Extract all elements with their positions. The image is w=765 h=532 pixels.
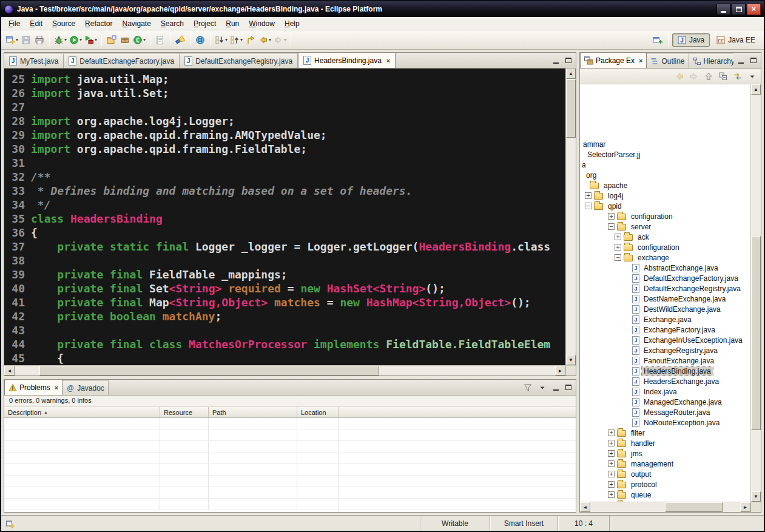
dropdown-arrow-icon[interactable]: ▾: [95, 37, 97, 42]
menu-file[interactable]: File: [4, 18, 25, 30]
maximize-view-button[interactable]: [748, 56, 758, 66]
collapse-icon[interactable]: −: [585, 203, 591, 209]
dropdown-arrow-icon[interactable]: ▾: [16, 37, 18, 42]
tree-horizontal-scrollbar[interactable]: ◄ ►: [580, 502, 750, 512]
debug-icon[interactable]: ▾: [53, 32, 68, 47]
perspective-java[interactable]: JJava: [672, 33, 710, 47]
tree-item-filter[interactable]: +filter: [580, 428, 750, 438]
tree-item-index.java[interactable]: JIndex.java: [580, 386, 750, 397]
tree-item-norouteexception.java[interactable]: JNoRouteException.java: [580, 417, 750, 428]
tree-item-exchange.java[interactable]: JExchange.java: [580, 314, 750, 325]
new-wizard-icon[interactable]: ▾: [4, 32, 19, 47]
prev-annotation-icon[interactable]: ▾: [229, 32, 244, 47]
view-tab-package-ex[interactable]: Package Ex×: [580, 53, 647, 68]
maximize-view-button[interactable]: [563, 383, 573, 392]
menu-navigate[interactable]: Navigate: [117, 18, 155, 30]
expand-icon[interactable]: +: [615, 234, 621, 240]
tree-vertical-scrollbar[interactable]: ▲ ▼: [750, 84, 761, 502]
tree-item-headersbinding.java[interactable]: JHeadersBinding.java: [580, 366, 750, 376]
search-icon[interactable]: [174, 32, 187, 47]
task-icon[interactable]: [153, 32, 167, 47]
code-content[interactable]: 25import java.util.Map;26import java.uti…: [4, 69, 565, 365]
view-tab-javadoc[interactable]: @Javadoc: [62, 380, 109, 395]
collapse-icon[interactable]: −: [615, 254, 621, 261]
column-header-location[interactable]: Location: [297, 407, 339, 417]
menu-window[interactable]: Window: [244, 18, 280, 30]
titlebar[interactable]: Java - Test/broker/src/main/java/org/apa…: [1, 1, 764, 17]
forward-icon[interactable]: ▾: [272, 32, 288, 47]
last-edit-icon[interactable]: [244, 32, 257, 47]
editor-tab-HeadersBinding.java[interactable]: JHeadersBinding.java×: [298, 53, 396, 68]
new-java-project-icon[interactable]: [105, 32, 118, 47]
run-icon[interactable]: ▾: [68, 32, 83, 47]
scrollbar-thumb[interactable]: [751, 236, 761, 430]
new-package-icon[interactable]: [118, 32, 132, 47]
menu-edit[interactable]: Edit: [25, 18, 47, 30]
tree-item-apache[interactable]: apache: [580, 180, 750, 190]
minimize-window-button[interactable]: [716, 4, 730, 15]
menu-run[interactable]: Run: [221, 18, 244, 30]
code-editor[interactable]: 25import java.util.Map;26import java.uti…: [4, 69, 576, 365]
tree-item-abstractexchange.java[interactable]: JAbstractExchange.java: [580, 263, 750, 273]
tree-item-configuration[interactable]: +configuration: [580, 242, 750, 252]
editor-horizontal-scrollbar[interactable]: ◄ ►: [4, 365, 565, 375]
back-icon[interactable]: [673, 70, 686, 83]
expand-icon[interactable]: +: [608, 471, 615, 477]
scroll-right-icon[interactable]: ►: [740, 502, 750, 512]
tree-item-org[interactable]: org: [580, 170, 750, 180]
scrollbar-thumb[interactable]: [566, 79, 576, 138]
dropdown-arrow-icon[interactable]: ▾: [284, 37, 286, 42]
tree-item-ack[interactable]: +ack: [580, 232, 750, 242]
open-perspective-icon[interactable]: [651, 33, 664, 47]
view-tab-outline[interactable]: Outline: [647, 53, 689, 68]
save-icon[interactable]: [19, 32, 33, 47]
scroll-left-icon[interactable]: ◄: [580, 502, 590, 512]
dropdown-arrow-icon[interactable]: ▾: [240, 37, 243, 42]
column-header-resource[interactable]: Resource: [160, 407, 209, 417]
view-menu-icon[interactable]: [746, 70, 759, 83]
dropdown-arrow-icon[interactable]: ▾: [143, 37, 146, 42]
close-tab-icon[interactable]: ×: [386, 57, 390, 64]
up-icon[interactable]: [702, 70, 715, 83]
close-window-button[interactable]: ×: [747, 4, 761, 15]
tree-item-configuration[interactable]: +configuration: [580, 211, 750, 221]
close-view-icon[interactable]: ×: [55, 384, 58, 391]
menu-search[interactable]: Search: [156, 18, 189, 30]
scroll-up-icon[interactable]: ▲: [566, 69, 576, 79]
tree-item-managedexchange.java[interactable]: JManagedExchange.java: [580, 397, 750, 407]
dropdown-arrow-icon[interactable]: ▾: [79, 37, 82, 42]
package-explorer-tree[interactable]: ammarSelectorParser.jjaorgapache+log4j−q…: [580, 84, 750, 502]
dropdown-arrow-icon[interactable]: ▾: [269, 37, 271, 42]
maximize-view-button[interactable]: [563, 56, 573, 66]
expand-icon[interactable]: +: [608, 460, 615, 467]
scroll-right-icon[interactable]: ►: [555, 366, 565, 375]
scroll-down-icon[interactable]: ▼: [751, 491, 761, 502]
expand-icon[interactable]: +: [608, 429, 615, 436]
expand-icon[interactable]: +: [608, 450, 615, 457]
tree-item-jms[interactable]: +jms: [580, 448, 750, 459]
tree-item-messagerouter.java[interactable]: JMessageRouter.java: [580, 407, 750, 417]
fast-view-icon[interactable]: [1, 516, 19, 531]
tree-item-defaultexchangefactory.java[interactable]: JDefaultExchangeFactory.java: [580, 273, 750, 283]
tree-item-selectorparser.jj[interactable]: SelectorParser.jj: [580, 149, 750, 160]
print-icon[interactable]: [33, 32, 46, 47]
column-header-description[interactable]: Description▲: [4, 407, 160, 417]
expand-icon[interactable]: +: [585, 192, 591, 199]
tree-item-management[interactable]: +management: [580, 459, 750, 469]
tree-item-server[interactable]: −server: [580, 221, 750, 232]
expand-icon[interactable]: +: [615, 244, 621, 251]
expand-icon[interactable]: +: [608, 491, 615, 498]
dropdown-arrow-icon[interactable]: ▾: [64, 37, 67, 42]
link-editor-icon[interactable]: [731, 70, 744, 83]
tree-item-defaultexchangeregistry.java[interactable]: JDefaultExchangeRegistry.java: [580, 283, 750, 294]
tree-item-ammar[interactable]: ammar: [580, 139, 750, 149]
maximize-window-button[interactable]: [732, 4, 746, 15]
forward-icon[interactable]: [687, 70, 701, 83]
menu-source[interactable]: Source: [47, 18, 80, 30]
view-tab-hierarchy[interactable]: Hierarchy: [689, 53, 733, 68]
minimize-view-button[interactable]: [551, 56, 561, 66]
tree-item-exchangeinuseexception.java[interactable]: JExchangeInUseException.java: [580, 335, 750, 345]
tree-item-exchangefactory.java[interactable]: JExchangeFactory.java: [580, 325, 750, 335]
scrollbar-thumb[interactable]: [39, 366, 379, 375]
tree-item-exchangeregistry.java[interactable]: JExchangeRegistry.java: [580, 345, 750, 355]
